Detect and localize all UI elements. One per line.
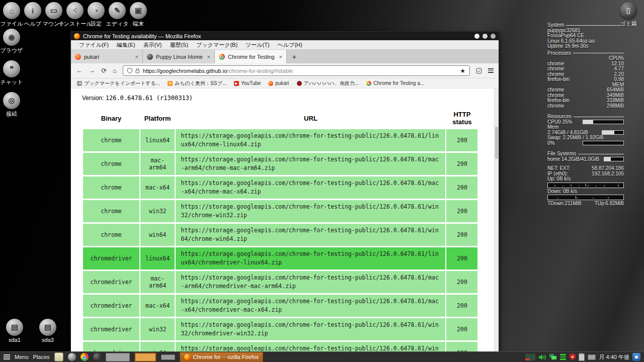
table-row: chromedriver mac-x64 https://storage.goo… bbox=[83, 295, 477, 317]
menu-item[interactable]: 履歴(S) bbox=[166, 41, 192, 49]
firewall-shield-icon[interactable]: × bbox=[569, 353, 576, 360]
menu-button[interactable]: Menu bbox=[15, 354, 29, 360]
show-desktop-button[interactable] bbox=[161, 354, 175, 360]
back-button[interactable]: ← bbox=[76, 67, 83, 74]
bookmark-item[interactable]: ⇥ ブックマークをインポートする... bbox=[77, 80, 160, 87]
bookmark-item[interactable]: Chrome for Testing a... bbox=[366, 80, 424, 86]
tab-close-icon[interactable]: × bbox=[135, 54, 138, 60]
cell-url[interactable]: https://storage.googleapis.com/chrome-fo… bbox=[176, 176, 445, 199]
reload-button[interactable]: ⟳ bbox=[101, 67, 107, 74]
cell-url[interactable]: https://storage.googleapis.com/chrome-fo… bbox=[176, 200, 445, 222]
menu-item[interactable]: ツール(T) bbox=[242, 41, 274, 49]
url-bar[interactable]: https://googlechromelabs.github.io/chrom… bbox=[123, 65, 470, 76]
header-url: URL bbox=[176, 109, 445, 128]
forward-button[interactable]: → bbox=[89, 67, 95, 74]
process-name: chrome bbox=[547, 87, 564, 93]
scrollbar-thumb[interactable] bbox=[495, 127, 498, 159]
desktop-icon[interactable]: ◎ 接続 bbox=[1, 92, 22, 118]
desktop-icon[interactable]: ⁖ インストール bbox=[64, 2, 86, 28]
maximize-button[interactable] bbox=[482, 34, 488, 39]
bookmark-item[interactable]: S みちのく奥州：SSブ... bbox=[168, 80, 226, 87]
drive-icon-item[interactable]: ▤ sda3 bbox=[37, 319, 58, 343]
app-menu-icon[interactable] bbox=[488, 68, 494, 73]
cell-http-status: 200 bbox=[446, 176, 477, 199]
terminal-launcher-icon[interactable] bbox=[93, 353, 101, 361]
tab-puppy-linux-home[interactable]: Puppy Linux Home × bbox=[143, 50, 215, 63]
cell-url[interactable]: https://storage.googleapis.com/chrome-fo… bbox=[176, 295, 445, 317]
home-button[interactable]: ⌂ bbox=[113, 67, 117, 74]
cell-binary: chromedriver bbox=[83, 318, 139, 340]
bookmark-favicon bbox=[366, 81, 371, 86]
taskbar: Menu Places Chrome for ···ozilla Firefox… bbox=[0, 351, 644, 362]
table-row: chromedriver linux64 https://storage.goo… bbox=[83, 247, 477, 269]
table-row: chrome win64 https://storage.googleapis.… bbox=[83, 224, 477, 246]
menu-item[interactable]: 表示(V) bbox=[139, 41, 166, 49]
desktop-icon[interactable]: ▣ 端末 bbox=[128, 2, 149, 28]
taskbar-clock[interactable]: 月 4:40 午後 bbox=[599, 353, 629, 361]
cell-url[interactable]: https://storage.googleapis.com/chrome-fo… bbox=[176, 153, 445, 175]
desktop-icon[interactable]: ❝ チャット bbox=[1, 60, 22, 86]
cell-platform: win32 bbox=[140, 200, 175, 222]
workspace-window-active[interactable] bbox=[134, 352, 156, 362]
menu-item[interactable]: ヘルプ(H) bbox=[274, 41, 306, 49]
tab-pukari[interactable]: pukari × bbox=[71, 50, 143, 63]
bookmark-item[interactable]: ▶ YouTube bbox=[234, 80, 261, 86]
window-titlebar[interactable]: Chrome for Testing availability — Mozill… bbox=[71, 32, 499, 40]
table-row: chrome win32 https://storage.googleapis.… bbox=[83, 200, 477, 222]
tab-close-icon[interactable]: × bbox=[207, 54, 210, 60]
system-tray: × 月 4:40 午後 ✱ bbox=[525, 353, 640, 361]
keyboard-ime-icon[interactable] bbox=[588, 354, 596, 360]
desktop-icon[interactable]: ◔ 設定 bbox=[86, 2, 107, 28]
tab-close-icon[interactable]: × bbox=[279, 54, 282, 60]
bookmark-item[interactable]: アハハハハハ、免疫力... bbox=[297, 80, 359, 87]
tab-chrome-for-testing[interactable]: Chrome for Testing availab × bbox=[215, 50, 287, 63]
workspace-pager-icon[interactable] bbox=[549, 354, 557, 360]
bookmark-item[interactable]: pukari bbox=[268, 80, 289, 86]
tracking-protection-shield-icon[interactable] bbox=[127, 68, 132, 73]
desktop-icon[interactable]: ✎ エディタ bbox=[107, 2, 128, 28]
url-text[interactable]: https://googlechromelabs.github.io/chrom… bbox=[143, 68, 293, 74]
account-shield-icon[interactable] bbox=[476, 68, 482, 74]
process-row: firefox-bin 318MiB bbox=[547, 98, 624, 104]
memory-applet-icon[interactable] bbox=[560, 354, 566, 360]
net-totals-row: TDown:211MiB TUp:6.82MiB bbox=[547, 201, 624, 207]
cell-url[interactable]: https://storage.googleapis.com/chrome-fo… bbox=[176, 224, 445, 246]
cell-url[interactable]: https://storage.googleapis.com/chrome-fo… bbox=[176, 342, 445, 351]
menu-item[interactable]: 編集(E) bbox=[113, 41, 139, 49]
browser-launcher-icon[interactable] bbox=[68, 353, 76, 361]
network-monitor-icon[interactable] bbox=[525, 354, 535, 360]
mem-usage-bar bbox=[602, 130, 624, 135]
cell-url[interactable]: https://storage.googleapis.com/chrome-fo… bbox=[176, 129, 445, 151]
menu-item[interactable]: ファイル(F) bbox=[75, 41, 113, 49]
cell-url[interactable]: https://storage.googleapis.com/chrome-fo… bbox=[176, 318, 445, 340]
desktop-icon[interactable]: ◉ ブラウザ bbox=[1, 29, 22, 54]
minimize-button[interactable] bbox=[474, 34, 479, 39]
navigation-toolbar: ← → ⟳ ⌂ https://googlechromelabs.github.… bbox=[71, 63, 499, 78]
menu-item[interactable]: ブックマーク(B) bbox=[192, 41, 242, 49]
bookmark-label: YouTube bbox=[241, 80, 261, 86]
cell-url[interactable]: https://storage.googleapis.com/chrome-fo… bbox=[176, 247, 445, 269]
swap-usage-pct: 0% bbox=[547, 141, 554, 146]
file-manager-launcher-icon[interactable] bbox=[54, 352, 63, 361]
desktop-icon[interactable]: i ヘルプ bbox=[22, 2, 43, 28]
settings-tray-icon[interactable]: ✱ bbox=[632, 353, 640, 361]
desktop-icon[interactable]: ⌂ ファイル bbox=[1, 2, 22, 28]
volume-icon[interactable] bbox=[538, 354, 546, 360]
clipboard-icon[interactable] bbox=[579, 353, 585, 361]
close-button[interactable] bbox=[491, 34, 496, 39]
menubar: ファイル(F)編集(E)表示(V)履歴(S)ブックマーク(B)ツール(T)ヘルプ… bbox=[71, 40, 499, 50]
home-fs-label: home 14.2GiB/41.0GiB bbox=[547, 157, 599, 162]
bookmark-star-icon[interactable]: ★ bbox=[460, 67, 465, 74]
page-scrollbar[interactable] bbox=[494, 88, 499, 351]
new-tab-button[interactable]: + bbox=[287, 50, 302, 63]
drive-icon-item[interactable]: ▤ sda1 bbox=[4, 319, 25, 343]
mem-label: Mem bbox=[547, 125, 624, 130]
workspace-window-gray[interactable] bbox=[106, 353, 130, 361]
chrome-launcher-icon[interactable] bbox=[80, 353, 89, 361]
places-button[interactable]: Places bbox=[33, 354, 50, 360]
sysmon-uptime: Uptime 1h 9m 30s bbox=[547, 44, 624, 49]
bookmark-label: アハハハハハ、免疫力... bbox=[304, 80, 359, 87]
cell-url[interactable]: https://storage.googleapis.com/chrome-fo… bbox=[176, 271, 445, 293]
menu-hamburger-icon[interactable] bbox=[4, 354, 10, 359]
firefox-task-button[interactable]: Chrome for ···ozilla Firefox bbox=[180, 352, 264, 362]
